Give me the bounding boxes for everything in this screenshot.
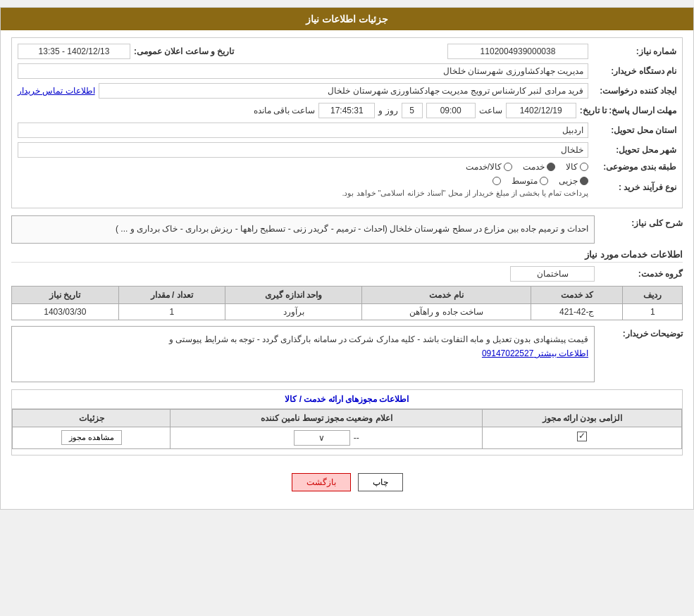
return-button[interactable]: بازگشت [292,473,351,491]
permit-elzami [483,427,682,448]
col-tedad: تعداد / مقدار [118,286,225,303]
radio-jazii-label: جزیی [559,176,578,186]
ostan-value: اردبیل [18,122,588,138]
permit-checkbox [577,432,587,441]
tarikh-value: 1402/12/13 - 13:35 [18,44,130,59]
radio-kala: کالا [566,162,588,172]
cell-tedad: 1 [118,303,225,320]
tawsifat-content: قیمت پیشنهادی بدون تعدیل و مابه التفاوت … [11,326,595,382]
mohlat-remaining: 17:45:31 [318,103,375,118]
shomareNiaz-label: شماره نیاز: [592,46,676,56]
radio-noeFarayand-empty [490,177,501,185]
sharhKoli-label: شرح کلی نیاز: [598,215,683,228]
cell-vahed: برآورد [225,303,362,320]
cell-tarikh: 1403/03/30 [12,303,119,320]
tabaghebandi-label: طبقه بندی موضوعی: [592,162,676,172]
cell-radif: 1 [623,303,683,320]
mohlat-days: 5 [402,103,423,118]
permit-vaziat: -- ∨ [171,427,483,448]
ijadKonande-label: ایجاد کننده درخواست: [592,86,676,96]
tarikh-label: تاریخ و ساعت اعلان عمومی: [134,46,234,56]
radio-noeFarayand-empty-circle [492,177,501,185]
radio-khadamat: خدمت [523,162,555,172]
services-table: ردیف کد خدمت نام خدمت واحد اندازه گیری ت… [11,286,683,320]
namDastgah-label: نام دستگاه خریدار: [592,66,676,76]
namDastgah-value: مدیریت جهادکشاورزی شهرستان خلخال [18,63,588,79]
groheKhadamat-label: گروه خدمت: [598,269,683,279]
groheKhadamat-value: ساختمان [510,266,595,282]
mohlat-days-label: روز و [378,106,397,115]
radio-motavasset-circle [540,177,548,185]
noeFarayand-label: نوع فرآیند خرید : [592,182,676,192]
col-tarikh: تاریخ نیاز [12,286,119,303]
permit-joziyat: مشاهده مجوز [13,427,171,448]
print-button[interactable]: چاپ [358,473,403,491]
radio-kala-label: کالا [566,162,578,172]
mohlat-time-label: ساعت [479,106,502,115]
radio-jazii-circle [580,177,588,185]
ijadKonande-value: فرید مرادی لنبر کارشناس ترویج مدیریت جها… [99,83,588,99]
permit-vaziat-select[interactable]: ∨ [294,430,350,446]
radio-khadamat-circle [547,163,555,171]
shahr-label: شهر محل تحویل: [592,145,676,155]
col-vahed: واحد اندازه گیری [225,286,362,303]
khadamat-section-title: اطلاعات خدمات مورد نیاز [11,249,683,263]
mohlat-time: 09:00 [426,103,476,118]
mohlat-label: مهلت ارسال پاسخ: تا تاریخ: [580,106,676,115]
permits-title: اطلاعات مجوزهای ارائه خدمت / کالا [12,390,682,409]
radio-khadamat-label: خدمت [523,162,545,172]
radio-motavasset-label: متوسط [512,176,538,186]
radio-kala-khadamat: کالا/خدمت [466,162,512,172]
col-namKhadamat: نام خدمت [362,286,531,303]
radio-kala-khadamat-label: کالا/خدمت [466,162,502,172]
table-row: 1ج-42-421ساخت جاده و راهآهنبرآورد11403/0… [12,303,683,320]
mohlat-date: 1402/12/19 [506,103,576,118]
permit-col-elzami: الزامی بودن ارائه مجوز [483,409,682,427]
radio-motavasset: متوسط [512,176,548,186]
shomareNiaz-value: 1102004939000038 [447,44,588,59]
tawsifat-label: توضیحات خریدار: [598,326,683,339]
radio-kala-circle [580,163,588,171]
radio-jazii: جزیی [559,176,588,186]
tawsifat-text: قیمت پیشنهادی بدون تعدیل و مابه التفاوت … [18,332,588,346]
radio-kala-khadamat-circle [504,163,512,171]
col-kodKhadamat: کد خدمت [531,286,623,303]
cell-namKhadamat: ساخت جاده و راهآهن [362,303,531,320]
noeFarayand-note: پرداخت تمام یا بخشی از مبلغ خریدار از مح… [342,189,588,198]
permit-row: -- ∨ مشاهده مجوز [13,427,682,448]
permits-table: الزامی بودن ارائه مجوز اعلام وضعیت مجوز … [12,409,682,449]
permit-col-vaziat: اعلام وضعیت مجوز توسط نامین کننده [171,409,483,427]
col-radif: ردیف [623,286,683,303]
tawsifat-link[interactable]: اطلاعات بیشتر 09147022527 [18,346,588,360]
ijadKonande-link[interactable]: اطلاعات تماس خریدار [18,86,95,96]
permit-col-joziyat: جزئیات [13,409,171,427]
permit-vaziat-value: -- [354,433,359,443]
mohlat-remaining-label: ساعت باقی مانده [254,106,316,115]
view-permit-button[interactable]: مشاهده مجوز [61,430,122,445]
ostan-label: استان محل تحویل: [592,125,676,135]
sharhKoli-value: احداث و ترمیم جاده بین مزارع در سطح شهرس… [11,215,595,244]
shahr-value: خلخال [18,142,588,158]
cell-kodKhadamat: ج-42-421 [531,303,623,320]
page-title: جزئیات اطلاعات نیاز [1,8,693,30]
